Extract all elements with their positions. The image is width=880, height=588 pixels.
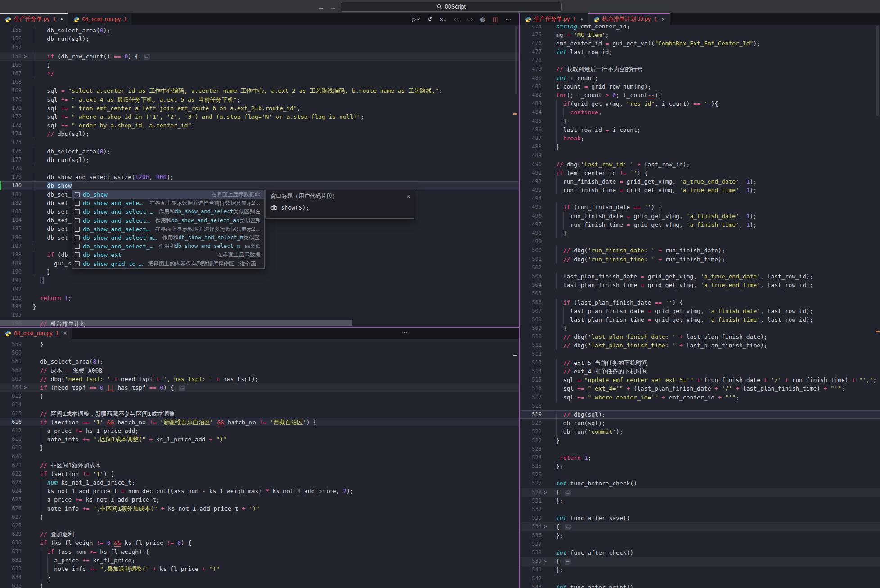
code-line-614[interactable]: 614 (0, 400, 519, 409)
code-line-561[interactable]: 561db_select_area(8); (0, 357, 519, 366)
jump-back-icon[interactable]: «○ (440, 16, 447, 22)
code-line-629[interactable]: 629// 叠加返利 (0, 530, 519, 539)
more-actions-icon[interactable]: ⋯ (402, 329, 408, 336)
code-line-191[interactable]: 191 } (0, 276, 519, 285)
fold-collapsed-icon[interactable]: > (542, 488, 549, 497)
code-line-523[interactable]: 523 (520, 445, 880, 453)
code-line-174[interactable]: 174 // dbg(sql); (0, 130, 519, 138)
horizontal-split-divider[interactable] (0, 327, 519, 328)
completion-db-show[interactable]: db_show在界面上显示数据db (72, 190, 264, 199)
code-line-156[interactable]: 156 db_run(sql); (0, 35, 519, 43)
code-line-500[interactable]: 500 // dbg('run_finish_date: ' + run_fin… (520, 246, 880, 255)
code-line-503[interactable]: 503 last_plan_finish_date = grid_get_v(m… (520, 272, 880, 281)
code-line-190[interactable]: 190 } (0, 268, 519, 276)
code-line-180[interactable]: 180 db_show (0, 181, 519, 190)
code-line-525[interactable]: 525}; (520, 462, 880, 471)
code-line-563[interactable]: 563// dbg('need_tspf: ' + need_tspf + ',… (0, 375, 519, 383)
code-line-628[interactable]: 628 (0, 521, 519, 530)
code-line-498[interactable]: 498 } (520, 229, 880, 238)
code-line-539[interactable]: 539>{ ⋯ (520, 557, 880, 566)
vertical-scrollbar-thumb[interactable] (876, 26, 879, 116)
code-line-484[interactable]: 484 continue; (520, 108, 880, 117)
tab-sheng-chan-ren-wu-dan-right[interactable]: 生产任务单.py1● (520, 13, 588, 25)
code-line-476[interactable]: 476emf_center_id = gui_get_val("ComboBox… (520, 39, 880, 48)
code-line-172[interactable]: 172 sql += " where a.shop_id in ('1', '2… (0, 112, 519, 121)
code-line-158[interactable]: 158> if (db_row_count() == 0) { ⋯ (0, 52, 519, 61)
code-line-483[interactable]: 483 if(grid_get_v(mg, "res_id", i_count)… (520, 99, 880, 108)
code-line-490[interactable]: 490// dbg('last_row_id: ' + last_row_id)… (520, 160, 880, 169)
code-line-175[interactable]: 175 (0, 138, 519, 147)
run-icon[interactable]: ▷˅ (412, 16, 421, 22)
editor-right[interactable]: 474string emf_center_id;475mg = 'MG_Item… (520, 25, 880, 588)
history-icon[interactable]: ↺ (427, 16, 433, 22)
code-line-478[interactable]: 478 (520, 56, 880, 65)
code-line-625[interactable]: 625 a_price += ks_not_1_add_price_t; (0, 495, 519, 504)
back-button[interactable]: ← (318, 3, 325, 11)
code-line-507[interactable]: 507 last_plan_finish_date = grid_get_v(m… (520, 307, 880, 315)
code-line-518[interactable]: 518 (520, 402, 880, 410)
code-line-620[interactable]: 620 (0, 452, 519, 461)
code-line-515[interactable]: 515 sql = "update emf_center set ext_5='… (520, 376, 880, 384)
completion-db-show-ext[interactable]: db_show_ext在界面上显示数据 (72, 251, 264, 259)
completion-db-show-and-select-1[interactable]: db_show_and_select_…作用和db_show_and_selec… (72, 207, 264, 216)
code-line-475[interactable]: 475mg = 'MG_Item'; (520, 31, 880, 39)
code-line-617[interactable]: 617 a_price += ks_1_price_add; (0, 426, 519, 435)
code-line-479[interactable]: 479// 获取到最后一行不为空的行号 (520, 65, 880, 73)
command-center-search[interactable]: 00Script (341, 2, 562, 12)
fold-collapsed-icon[interactable]: > (542, 522, 549, 531)
code-line-634[interactable]: 634 } (0, 573, 519, 582)
code-line-155[interactable]: 155 db_select_area(0); (0, 26, 519, 35)
code-line-494[interactable]: 494 (520, 194, 880, 203)
code-line-537[interactable]: 537 (520, 540, 880, 548)
code-line-493[interactable]: 493 run_finish_time = grid_get_v(mg, 'a_… (520, 186, 880, 194)
code-line-528[interactable]: 528>{ ⋯ (520, 488, 880, 497)
split-editor-icon[interactable]: ◫ (493, 16, 498, 22)
code-line-474[interactable]: 474string emf_center_id; (520, 25, 880, 31)
fold-collapsed-icon[interactable]: > (22, 52, 29, 61)
code-line-517[interactable]: 517 sql += " where center_id='" + emf_ce… (520, 393, 880, 402)
code-line-511[interactable]: 511 // dbg('last_plan_finish_time: ' + l… (520, 341, 880, 350)
code-line-194[interactable]: 194} (0, 302, 519, 311)
tab-04-cost-run[interactable]: 04_cost_run.py1 (68, 13, 132, 25)
code-line-533[interactable]: 533int func_after_save() (520, 514, 880, 522)
code-line-502[interactable]: 502 (520, 264, 880, 272)
code-line-192[interactable]: 192 (0, 285, 519, 294)
code-line-501[interactable]: 501 // dbg('run_finish_time: ' + run_fin… (520, 255, 880, 264)
fold-collapsed-icon[interactable]: > (22, 383, 29, 392)
code-line-489[interactable]: 489 (520, 151, 880, 160)
code-line-157[interactable]: 157 (0, 43, 519, 52)
code-line-622[interactable]: 622if (section != '1') { (0, 470, 519, 478)
code-line-531[interactable]: 531}; (520, 497, 880, 505)
code-line-497[interactable]: 497 run_finish_time = grid_get_v(mg, 'a_… (520, 220, 880, 229)
code-line-173[interactable]: 173 sql += " order by a.shop_id, a.cente… (0, 121, 519, 130)
tab-04-cost-run-bottom[interactable]: 04_cost_run.py1× (0, 328, 72, 339)
code-line-635[interactable]: 635} (0, 582, 519, 588)
code-line-526[interactable]: 526 (520, 471, 880, 479)
close-icon[interactable]: × (661, 16, 665, 22)
completion-db-show-grid-to[interactable]: db_show_grid_to_…把界面上的内容保存到数据库操作区（这个函… (72, 260, 264, 268)
code-line-616[interactable]: 616if (section == '1' && batch_no != '新疆… (0, 418, 519, 426)
code-line-564[interactable]: 564>if (need_tspf == 0 || has_tspf == 0)… (0, 383, 519, 392)
tab-sheng-chan-ren-wu-dan[interactable]: 生产任务单.py1● (0, 13, 68, 25)
code-line-496[interactable]: 496 run_finish_date = grid_get_v(mg, 'a_… (520, 212, 880, 220)
code-line-560[interactable]: 560 (0, 349, 519, 357)
code-line-485[interactable]: 485 } (520, 117, 880, 126)
code-line-618[interactable]: 618 note_info += ",区间1成本调整(" + ks_1_pric… (0, 435, 519, 444)
code-line-509[interactable]: 509 } (520, 324, 880, 332)
code-line-477[interactable]: 477int last_row_id; (520, 48, 880, 56)
code-line-527[interactable]: 527int func_before_check() (520, 479, 880, 488)
code-line-178[interactable]: 178 (0, 164, 519, 173)
completion-db-show-and-select-2[interactable]: db_show_and_select…作用和db_show_and_select… (72, 216, 264, 225)
code-line-491[interactable]: 491if (emf_center_id != '') { (520, 169, 880, 177)
code-line-633[interactable]: 633 note_info += ",叠加返利调整(" + ks_fl_pric… (0, 565, 519, 573)
code-line-522[interactable]: 522} (520, 436, 880, 445)
tab-ji-tai-pai-dan-ji-hua[interactable]: 机台排单计划 JJ.py1× (588, 13, 670, 25)
nav-back-icon[interactable]: ‹○ (454, 16, 460, 22)
code-line-169[interactable]: 169 sql = "select a.center_id as 工作中心编码,… (0, 86, 519, 95)
code-line-495[interactable]: 495 if (run_finish_date == '') { (520, 203, 880, 211)
code-line-613[interactable]: 613} (0, 392, 519, 400)
code-line-542[interactable]: 542 (520, 575, 880, 583)
code-line-499[interactable]: 499 (520, 238, 880, 246)
code-line-488[interactable]: 488} (520, 143, 880, 151)
code-line-624[interactable]: 624 ks_not_1_add_price_t = num_dec_cut((… (0, 487, 519, 495)
